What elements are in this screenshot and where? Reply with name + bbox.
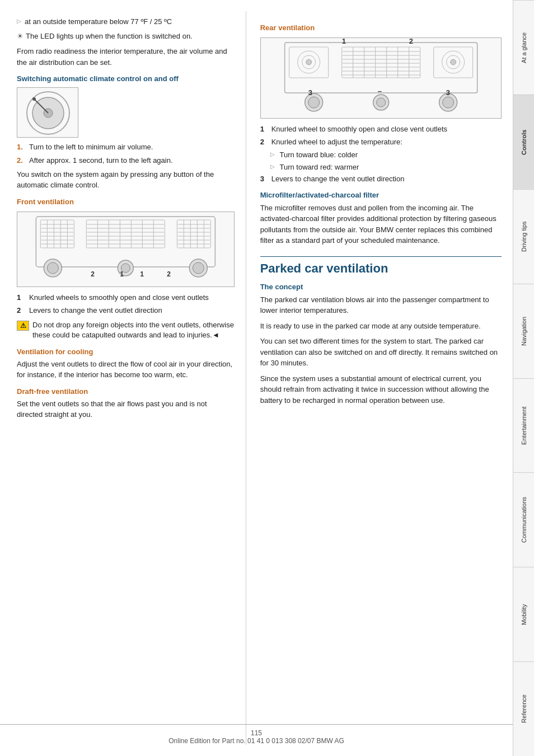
rear-sub-1-text: Turn toward blue: colder <box>279 150 358 160</box>
led-icon: ☀ <box>17 31 24 41</box>
microfilter-heading: Microfilter/activated-charcoal filter <box>260 191 502 199</box>
switching-note: You switch on the system again by pressi… <box>17 169 235 191</box>
svg-point-73 <box>450 59 456 65</box>
rear-sub-2-text: Turn toward red: warmer <box>279 162 359 172</box>
sidebar-tab-mobility[interactable]: Mobility <box>513 567 534 661</box>
front-vent-diagram: 2 1 1 2 <box>17 212 235 287</box>
svg-text:3: 3 <box>446 88 449 97</box>
step-2: 2. After approx. 1 second, turn to the l… <box>17 156 235 166</box>
warning-icon: ⚠ <box>17 321 29 331</box>
rear-sub-bullet-2: ▷ Turn toward red: warmer <box>270 162 502 172</box>
page-wrapper: ▷ at an outside temperature below 77 ºF … <box>0 0 534 756</box>
sub-triangle-1-icon: ▷ <box>270 151 277 158</box>
svg-text:2: 2 <box>409 38 413 45</box>
svg-text:1: 1 <box>341 38 345 45</box>
triangle-bullet-icon: ▷ <box>17 17 21 25</box>
warning-box: ⚠ Do not drop any foreign objects into t… <box>17 320 235 340</box>
front-item-2-text: Levers to change the vent outlet directi… <box>29 306 162 316</box>
rear-sub-bullet-1: ▷ Turn toward blue: colder <box>270 150 502 160</box>
rear-item-3-num: 3 <box>260 174 271 184</box>
parked-car-title: Parked car ventilation <box>260 256 502 276</box>
step-1: 1. Turn to the left to minimum air volum… <box>17 142 235 152</box>
svg-point-77 <box>376 98 385 107</box>
sidebar-tab-entertainment[interactable]: Entertainment <box>513 378 534 473</box>
sidebar-tabs: At a glance Controls Driving tips Naviga… <box>513 0 534 756</box>
svg-text:2: 2 <box>91 270 95 278</box>
knob-diagram <box>17 87 78 138</box>
step-2-num: 2. <box>17 156 29 166</box>
ventilation-cooling-heading: Ventilation for cooling <box>17 348 235 356</box>
step-1-num: 1. <box>17 142 29 152</box>
concept-para-3: You can set two different times for the … <box>260 336 502 369</box>
sidebar-tab-at-a-glance[interactable]: At a glance <box>513 0 534 95</box>
page-number: 115 <box>251 729 262 737</box>
front-ventilation-heading: Front ventilation <box>17 198 235 206</box>
step-2-text: After approx. 1 second, turn to the left… <box>29 156 173 166</box>
concept-para-2: It is ready to use in the parked car mod… <box>260 321 502 332</box>
front-item-2: 2 Levers to change the vent outlet direc… <box>17 306 235 316</box>
footer-bar: 115 Online Edition for Part no. 01 41 0 … <box>0 724 513 745</box>
bullet-intro-text: at an outside temperature below 77 ºF / … <box>25 17 172 27</box>
svg-text:1: 1 <box>140 270 144 278</box>
step-1-text: Turn to the left to minimum air volume. <box>29 142 153 152</box>
svg-point-42 <box>47 262 58 274</box>
svg-rect-51 <box>284 43 477 93</box>
led-note-text: The LED lights up when the function is s… <box>26 31 193 41</box>
rear-vent-diagram: 3 – 3 1 2 <box>260 37 502 119</box>
sidebar-tab-communications[interactable]: Communications <box>513 472 534 567</box>
left-column: ▷ at an outside temperature below 77 ºF … <box>0 11 246 745</box>
front-item-2-num: 2 <box>17 306 29 316</box>
rear-item-1-num: 1 <box>260 124 271 134</box>
rear-item-1: 1 Knurled wheel to smoothly open and clo… <box>260 124 502 134</box>
svg-point-75 <box>308 97 319 108</box>
front-item-1-num: 1 <box>17 293 29 303</box>
main-content: ▷ at an outside temperature below 77 ºF … <box>0 0 513 756</box>
draft-free-heading: Draft-free ventilation <box>17 387 235 396</box>
svg-point-79 <box>442 97 453 108</box>
microfilter-text: The microfilter removes dust and pollen … <box>260 203 502 246</box>
footer-note: Online Edition for Part no. 01 41 0 013 … <box>168 737 344 745</box>
sidebar-tab-driving-tips[interactable]: Driving tips <box>513 189 534 284</box>
svg-point-46 <box>193 262 204 274</box>
svg-point-4 <box>32 97 36 101</box>
svg-text:1: 1 <box>120 270 124 278</box>
led-note: ☀ The LED lights up when the function is… <box>17 31 235 41</box>
concept-heading: The concept <box>260 283 502 291</box>
right-column: Rear ventilation <box>246 11 513 745</box>
sidebar-tab-controls[interactable]: Controls <box>513 95 534 189</box>
draft-free-text: Set the vent outlets so that the air flo… <box>17 398 235 420</box>
warning-text: Do not drop any foreign objects into the… <box>32 320 235 340</box>
rear-ventilation-heading: Rear ventilation <box>260 24 502 32</box>
concept-para-4: Since the system uses a substantial amou… <box>260 373 502 406</box>
switching-heading: Switching automatic climate control on a… <box>17 74 235 83</box>
bullet-intro: ▷ at an outside temperature below 77 ºF … <box>17 17 235 27</box>
svg-text:2: 2 <box>167 270 171 278</box>
front-vent-svg: 2 1 1 2 <box>17 212 234 285</box>
rear-item-1-text: Knurled wheel to smoothly open and close… <box>271 124 447 134</box>
svg-point-55 <box>306 59 311 65</box>
rear-item-2-num: 2 <box>260 137 271 147</box>
sub-triangle-2-icon: ▷ <box>270 163 277 171</box>
ventilation-cooling-text: Adjust the vent outlets to direct the fl… <box>17 359 235 381</box>
knob-svg <box>17 88 78 138</box>
rear-item-2-text: Knurled wheel to adjust the temperature: <box>271 137 402 147</box>
front-item-1-text: Knurled wheels to smoothly open and clos… <box>29 293 209 303</box>
rear-item-3-text: Levers to change the vent outlet directi… <box>271 174 405 184</box>
front-item-1: 1 Knurled wheels to smoothly open and cl… <box>17 293 235 303</box>
radio-note: From radio readiness the interior temper… <box>17 46 235 68</box>
svg-text:–: – <box>377 87 381 95</box>
rear-item-3: 3 Levers to change the vent outlet direc… <box>260 174 502 184</box>
sidebar-tab-reference[interactable]: Reference <box>513 661 534 756</box>
svg-text:3: 3 <box>308 88 312 97</box>
rear-item-2: 2 Knurled wheel to adjust the temperatur… <box>260 137 502 147</box>
concept-para-1: The parked car ventilation blows air int… <box>260 294 502 316</box>
rear-vent-svg: 3 – 3 1 2 <box>261 38 501 116</box>
sidebar-tab-navigation[interactable]: Navigation <box>513 284 534 378</box>
